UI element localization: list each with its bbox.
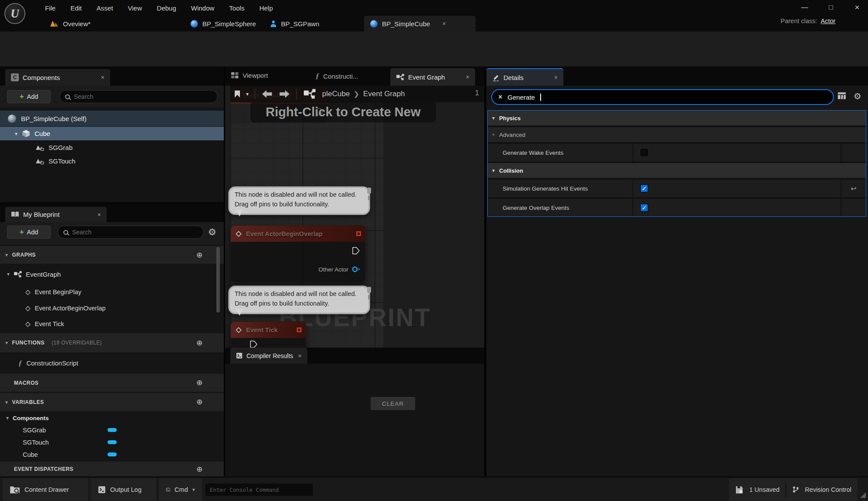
menu-debug[interactable]: Debug: [149, 4, 184, 12]
category-collision[interactable]: ▾ Collision: [488, 163, 866, 178]
list-item-event-tick[interactable]: ◇ Event Tick: [0, 316, 224, 332]
pin-other-actor[interactable]: Other Actor: [319, 266, 361, 273]
blueprint-settings-gear-icon[interactable]: ⚙: [208, 227, 216, 237]
list-item-event-beginplay[interactable]: ◇ Event BeginPlay: [0, 284, 224, 300]
add-variable-icon[interactable]: ⊕: [196, 397, 203, 407]
caret-icon[interactable]: ▾: [6, 415, 9, 421]
category-advanced[interactable]: ▾ Advanced: [488, 127, 866, 142]
unreal-logo-icon[interactable]: U: [4, 3, 25, 24]
add-macro-icon[interactable]: ⊕: [196, 378, 203, 387]
asset-tab-simplecube[interactable]: BP_SimpleCube ×: [364, 16, 476, 31]
cmd-button[interactable]: Cmd ▾: [159, 478, 202, 501]
add-component-button[interactable]: + Add: [7, 90, 51, 103]
component-row-cube[interactable]: ▾ Cube: [0, 127, 224, 140]
tooltip-bubble-handle: [367, 287, 371, 293]
tab-construction-script[interactable]: ƒ Constructi...: [316, 72, 358, 80]
variable-type-pill[interactable]: [108, 452, 117, 456]
content-drawer-button[interactable]: Content Drawer: [3, 478, 88, 501]
clear-search-icon[interactable]: ×: [498, 93, 502, 101]
nav-forward-icon[interactable]: [279, 90, 290, 98]
variable-group-components[interactable]: ▾ Components: [0, 412, 224, 424]
tab-close-icon[interactable]: ×: [101, 74, 104, 81]
add-graph-icon[interactable]: ⊕: [196, 250, 203, 260]
toolbar: Compile ⋮ Diff ▾ Find: [0, 31, 868, 66]
tab-close-icon[interactable]: ×: [97, 211, 101, 218]
section-functions[interactable]: ▾ FUNCTIONS (19 OVERRIDABLE) ⊕: [0, 333, 224, 352]
maximize-icon[interactable]: □: [824, 3, 837, 11]
asset-tab-simplesphere[interactable]: BP_SimpleSphere: [184, 16, 262, 31]
breadcrumb[interactable]: pleCube ❯ Event Graph: [322, 90, 405, 98]
menu-file[interactable]: File: [38, 4, 63, 12]
tab-close-icon[interactable]: ×: [442, 20, 446, 27]
asset-tab-sgpawn[interactable]: BP_SGPawn: [264, 16, 326, 31]
node-event-actorbeginoverlap[interactable]: Event ActorBeginOverlap Other Actor: [230, 225, 366, 283]
checkbox-simulation-generates-hit-events[interactable]: ✓: [640, 184, 648, 192]
tab-compiler-results[interactable]: Compiler Results ×: [230, 348, 307, 364]
caret-icon[interactable]: ▾: [7, 271, 10, 277]
expand-caret-icon[interactable]: ▾: [15, 131, 17, 137]
my-blueprint-search-input[interactable]: Search: [58, 226, 204, 239]
add-blueprint-item-button[interactable]: + Add: [7, 226, 51, 239]
checkbox-generate-overlap-events[interactable]: ✓: [640, 204, 648, 212]
breadcrumb-asset[interactable]: pleCube: [322, 90, 350, 98]
nav-back-icon[interactable]: [261, 90, 273, 98]
list-item-constructionscript[interactable]: ƒ ConstructionScript: [0, 354, 224, 372]
asset-tab-overview[interactable]: Oveview*: [44, 16, 97, 31]
close-icon[interactable]: ×: [851, 3, 864, 12]
section-macros[interactable]: MACROS ⊕: [0, 374, 224, 392]
tab-components[interactable]: C Components ×: [5, 69, 110, 86]
tab-close-icon[interactable]: ×: [466, 73, 469, 80]
node-header[interactable]: Event ActorBeginOverlap: [231, 226, 365, 242]
tab-close-icon[interactable]: ×: [298, 352, 302, 359]
node-header[interactable]: Event Tick: [231, 322, 306, 338]
exec-pin-icon[interactable]: [352, 247, 360, 255]
menu-view[interactable]: View: [121, 4, 149, 12]
scrollbar-thumb[interactable]: [216, 247, 220, 313]
checkbox-generate-wake-events[interactable]: [640, 149, 648, 157]
section-event-dispatchers[interactable]: EVENT DISPATCHERS ⊕: [0, 462, 224, 477]
parent-class-link[interactable]: Actor: [821, 17, 836, 24]
list-item-event-actorbeginoverlap[interactable]: ◇ Event ActorBeginOverlap: [0, 300, 224, 316]
variable-type-pill[interactable]: [108, 440, 117, 444]
details-settings-gear-icon[interactable]: ⚙: [854, 91, 861, 101]
menu-window[interactable]: Window: [184, 4, 222, 12]
revision-control-label[interactable]: Revision Control: [805, 486, 851, 493]
clear-button[interactable]: CLEAR: [371, 397, 415, 410]
resize-grip[interactable]: [860, 492, 866, 498]
static-mesh-icon: [36, 158, 44, 164]
details-search-input[interactable]: × Generate: [491, 89, 834, 105]
tab-viewport[interactable]: Viewport: [231, 72, 268, 79]
exec-pin-icon[interactable]: [250, 340, 258, 348]
display-filter-icon[interactable]: [837, 92, 847, 100]
breadcrumb-graph[interactable]: Event Graph: [363, 90, 405, 98]
console-command-input[interactable]: Enter Console Command: [205, 484, 313, 496]
add-function-icon[interactable]: ⊕: [196, 338, 203, 348]
section-graphs[interactable]: ▾ GRAPHS ⊕: [0, 246, 224, 264]
reset-to-default-icon[interactable]: ↩: [851, 184, 856, 193]
menu-help[interactable]: Help: [252, 4, 280, 12]
variable-type-pill[interactable]: [108, 428, 117, 432]
component-row-sgtouch[interactable]: SGTouch: [0, 154, 224, 167]
unsaved-count[interactable]: 1 Unsaved: [749, 486, 779, 493]
components-search-input[interactable]: Search: [59, 90, 218, 103]
bookmark-chevron-icon[interactable]: ▾: [246, 91, 249, 97]
list-item-eventgraph[interactable]: ▾ EventGraph: [0, 265, 224, 283]
event-graph-canvas[interactable]: ◇ Event BeginPlay ▾ pleCube ❯ Event Grap…: [225, 86, 484, 348]
bookmark-icon[interactable]: [235, 90, 240, 97]
object-pin-icon[interactable]: [351, 266, 361, 273]
tab-event-graph[interactable]: Event Graph ×: [390, 68, 475, 86]
output-log-button[interactable]: Output Log: [91, 478, 156, 501]
component-row-self[interactable]: BP_SimpleCube (Self): [0, 111, 224, 126]
node-event-tick[interactable]: Event Tick: [230, 321, 306, 348]
tab-close-icon[interactable]: ×: [554, 74, 558, 81]
component-row-sggrab[interactable]: SGGrab: [0, 141, 224, 154]
menu-edit[interactable]: Edit: [63, 4, 89, 12]
category-physics[interactable]: ▾ Physics: [488, 111, 866, 125]
menu-asset[interactable]: Asset: [89, 4, 121, 12]
tab-details[interactable]: Details ×: [486, 68, 563, 86]
menu-tools[interactable]: Tools: [222, 4, 252, 12]
tab-my-blueprint[interactable]: My Blueprint ×: [5, 207, 107, 222]
minimize-icon[interactable]: —: [798, 3, 811, 11]
add-dispatcher-icon[interactable]: ⊕: [196, 465, 203, 474]
section-variables[interactable]: ▾ VARIABLES ⊕: [0, 393, 224, 411]
